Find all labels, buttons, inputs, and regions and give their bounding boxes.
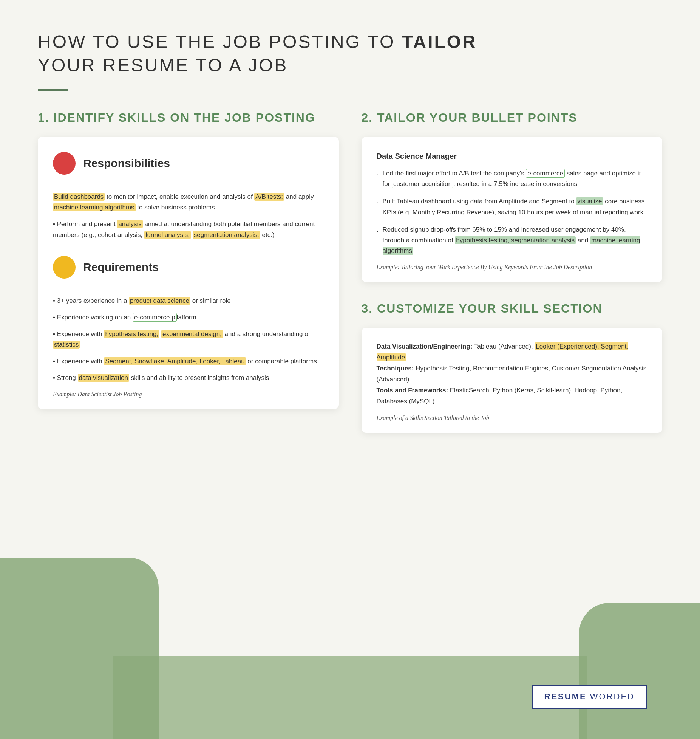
- title-regular: HOW TO USE THE JOB POSTING TO: [38, 32, 402, 52]
- bullet-1: Led the first major effort to A/B test t…: [377, 168, 647, 189]
- responsibilities-title: Responsibilities: [83, 157, 170, 170]
- section1-card: Responsibilities Build dashboards to mon…: [38, 137, 339, 409]
- orange-circle-icon: [53, 256, 76, 279]
- highlight-ab-tests: A/B tests;: [254, 193, 284, 201]
- req-item-1: • 3+ years experience in a product data …: [53, 296, 324, 306]
- main-content: HOW TO USE THE JOB POSTING TO TAILOR YOU…: [38, 30, 662, 433]
- worded-text: WORDED: [587, 692, 635, 701]
- highlight-product-ds: product data science: [129, 297, 190, 305]
- highlight-ecommerce: e-commerce p: [133, 313, 177, 322]
- section3-card: Data Visualization/Engineering: Tableau …: [362, 328, 663, 432]
- title-bold: TAILOR: [402, 32, 477, 52]
- bg-shape-bottom-center: [113, 656, 587, 739]
- highlight-hyp-testing: hypothesis testing,: [104, 330, 159, 338]
- highlight-tools: Segment, Snowflake, Amplitude, Looker, T…: [104, 357, 246, 365]
- skills-line-3: Tools and Frameworks: ElasticSearch, Pyt…: [377, 385, 647, 407]
- section3-heading: 3. CUSTOMIZE YOUR SKILL SECTION: [362, 301, 663, 317]
- highlight-exp-design: experimental design,: [161, 330, 223, 338]
- page-wrapper: HOW TO USE THE JOB POSTING TO TAILOR YOU…: [0, 0, 700, 739]
- section1-example: Example: Data Scientist Job Posting: [53, 391, 324, 398]
- section2-heading: 2. TAILOR YOUR BULLET POINTS: [362, 110, 663, 126]
- bg-shape-right: [579, 603, 700, 739]
- req-divider2: [53, 288, 324, 288]
- req-item-5: • Strong data visualization skills and a…: [53, 373, 324, 383]
- resp-divider: [53, 184, 324, 184]
- highlight-statistics: statistics: [53, 341, 80, 349]
- red-circle-icon: [53, 152, 76, 175]
- skills-tools-label: Tools and Frameworks:: [377, 387, 448, 394]
- requirements-header: Requirements: [53, 256, 324, 279]
- main-title: HOW TO USE THE JOB POSTING TO TAILOR YOU…: [38, 30, 662, 77]
- resume-worded-text: RESUME WORDED: [544, 692, 635, 701]
- right-column: 2. TAILOR YOUR BULLET POINTS Data Scienc…: [362, 110, 663, 433]
- req-item-3: • Experience with hypothesis testing, ex…: [53, 329, 324, 350]
- skills-line-2: Techniques: Hypothesis Testing, Recommen…: [377, 363, 647, 385]
- skills-dv-label: Data Visualization/Engineering:: [377, 343, 473, 350]
- section2-card: Data Science Manager Led the first major…: [362, 137, 663, 282]
- req-divider: [53, 248, 324, 248]
- responsibilities-header: Responsibilities: [53, 152, 324, 175]
- requirements-title: Requirements: [83, 261, 159, 274]
- bullet-2: Built Tableau dashboard using data from …: [377, 196, 647, 217]
- highlight-build-dashboards: Build dashboards: [53, 193, 105, 201]
- section2-example: Example: Tailoring Your Work Experience …: [377, 264, 647, 271]
- hl-hyp-seg: hypothesis testing, segmentation analysi…: [455, 236, 576, 244]
- two-column-layout: 1. IDENTIFY SKILLS ON THE JOB POSTING Re…: [38, 110, 662, 433]
- req-item-4: • Experience with Segment, Snowflake, Am…: [53, 356, 324, 367]
- hl-ecommerce-b1: e-commerce: [526, 169, 564, 178]
- req-item-2: • Experience working on an e-commerce pl…: [53, 312, 324, 323]
- skills-tech-label: Techniques:: [377, 365, 414, 372]
- skills-line-1: Data Visualization/Engineering: Tableau …: [377, 341, 647, 363]
- highlight-analysis: analysis: [117, 220, 142, 228]
- resume-bold: RESUME: [544, 692, 587, 701]
- left-column: 1. IDENTIFY SKILLS ON THE JOB POSTING Re…: [38, 110, 339, 428]
- hl-visualize: visualize: [576, 197, 603, 205]
- resp-item-2: • Perform and present analysis aimed at …: [53, 219, 324, 240]
- title-line2: YOUR RESUME TO A JOB: [38, 55, 288, 75]
- resp-item-1: Build dashboards to monitor impact, enab…: [53, 192, 324, 213]
- title-divider: [38, 89, 68, 91]
- resume-worded-badge: RESUME WORDED: [532, 685, 647, 709]
- section1-heading: 1. IDENTIFY SKILLS ON THE JOB POSTING: [38, 110, 339, 126]
- highlight-funnel: funnel analysis,: [144, 231, 191, 239]
- bullet-3: Reduced signup drop-offs from 65% to 15%…: [377, 225, 647, 256]
- highlight-ml-algorithms: machine learning algorithms: [53, 203, 136, 211]
- highlight-dataviz: data visualization: [78, 374, 129, 382]
- section3-example: Example of a Skills Section Tailored to …: [377, 415, 647, 421]
- job-title-label: Data Science Manager: [377, 152, 647, 161]
- highlight-segmentation: segmentation analysis,: [193, 231, 260, 239]
- hl-customer-acq: customer acquisition: [392, 180, 453, 188]
